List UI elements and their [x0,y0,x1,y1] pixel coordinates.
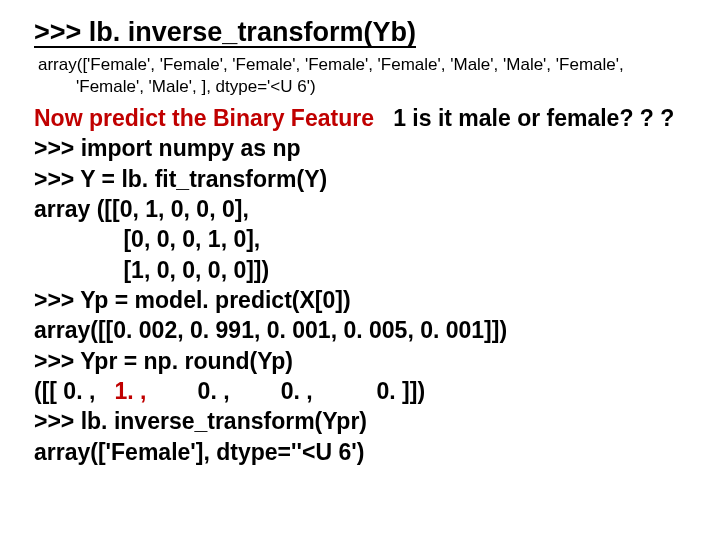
array-line-1: array(['Female', 'Female', 'Female', 'Fe… [38,55,624,74]
slide-title: >>> lb. inverse_transform(Yb) [34,18,416,48]
line-inverse-output: array(['Female'], dtype=''<U 6') [34,437,686,467]
line-round: >>> Ypr = np. round(Yp) [34,346,686,376]
round-out-red: 1. , [115,378,147,404]
predict-text-black: 1 is it male or female? ? ? [393,105,674,131]
line-import: >>> import numpy as np [34,133,686,163]
line-array-row2: [0, 0, 0, 1, 0], [34,224,686,254]
line-array-row1: array ([[0, 1, 0, 0, 0], [34,194,686,224]
line-predict-output: array([[0. 002, 0. 991, 0. 001, 0. 005, … [34,315,686,345]
slide-content: >>> lb. inverse_transform(Yb) array(['Fe… [0,0,720,467]
line-predict: >>> Yp = model. predict(X[0]) [34,285,686,315]
line-array-row3: [1, 0, 0, 0, 0]]) [34,255,686,285]
array-line-2: 'Female', 'Male', ], dtype='<U 6') [38,76,686,97]
line-fit-transform: >>> Y = lb. fit_transform(Y) [34,164,686,194]
line-predict-prompt: Now predict the Binary Feature 1 is it m… [34,103,686,133]
round-out-c: 0. , 0. , 0. ]]) [146,378,425,404]
line-inverse-transform: >>> lb. inverse_transform(Ypr) [34,406,686,436]
line-round-output: ([[ 0. , 1. , 0. , 0. , 0. ]]) [34,376,686,406]
predict-text-red: Now predict the Binary Feature [34,105,393,131]
round-out-a: ([[ 0. , [34,378,115,404]
array-output: array(['Female', 'Female', 'Female', 'Fe… [38,54,686,97]
